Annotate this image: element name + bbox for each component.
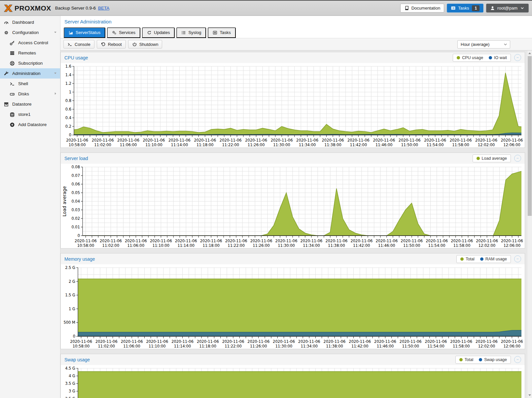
panel-collapse-button[interactable] — [514, 255, 521, 262]
svg-text:4 G: 4 G — [69, 374, 75, 378]
svg-text:11:02:00: 11:02:00 — [102, 243, 120, 248]
svg-text:11:46:00: 11:46:00 — [378, 243, 395, 248]
panel-collapse-button[interactable] — [514, 54, 521, 61]
svg-text:11:46:00: 11:46:00 — [375, 143, 393, 147]
legend-label: Total — [466, 257, 474, 261]
chevron-down-icon — [503, 42, 508, 47]
svg-text:2020-11-06: 2020-11-06 — [197, 339, 219, 344]
tab-serverstatus[interactable]: ServerStatus — [64, 27, 105, 38]
legend-item[interactable]: IO wait — [489, 55, 507, 60]
sidebar-item-add-datastore[interactable]: Add Datastore — [0, 119, 60, 130]
svg-text:1: 1 — [69, 90, 71, 94]
book-icon — [404, 6, 409, 11]
access-control-icon — [10, 40, 15, 46]
beta-link[interactable]: BETA — [98, 6, 109, 11]
remotes-icon — [10, 50, 15, 56]
chart-panel-swap: Swap usageTotalSwap usage0500 M1 G1.5 G2… — [60, 354, 525, 398]
sidebar-item-subscription[interactable]: Subscription — [0, 58, 60, 68]
svg-text:10:58:00: 10:58:00 — [69, 143, 86, 147]
svg-text:3 G: 3 G — [69, 389, 75, 393]
panel-header: Swap usageTotalSwap usage — [61, 354, 525, 365]
svg-text:2020-11-06: 2020-11-06 — [301, 239, 323, 243]
page-title: Server Administration — [60, 16, 532, 26]
tab-services[interactable]: Services — [107, 27, 140, 38]
legend-item[interactable]: Total — [460, 257, 474, 261]
panel-title: CPU usage — [64, 55, 88, 60]
sidebar-item-administration[interactable]: Administration — [0, 68, 60, 79]
svg-text:2020-11-06: 2020-11-06 — [296, 138, 318, 143]
chart-body: 0500 M1 G1.5 G2 G2.5 G3 G3.5 G4 G4.5 G20… — [61, 365, 525, 398]
scroll-up-arrow-icon[interactable] — [527, 51, 532, 56]
tab-label: Updates — [154, 30, 170, 35]
legend-dot-icon — [477, 157, 480, 160]
svg-text:12:02:00: 12:02:00 — [478, 344, 495, 348]
legend-item[interactable]: Load average — [477, 156, 507, 161]
sidebar-item-label: Configuration — [12, 30, 39, 35]
sidebar-item-access-control[interactable]: Access Control — [0, 38, 60, 48]
chart-legend: TotalSwap usage — [455, 356, 511, 364]
tasks-button[interactable]: Tasks 1 — [447, 4, 483, 13]
legend-item[interactable]: Total — [459, 357, 473, 362]
svg-text:0.01: 0.01 — [71, 225, 80, 229]
collapse-caret-down-icon[interactable] — [53, 30, 58, 35]
svg-text:11:42:00: 11:42:00 — [351, 344, 369, 348]
svg-text:2020-11-06: 2020-11-06 — [245, 138, 267, 143]
tab-label: ServerStatus — [76, 30, 100, 35]
svg-text:2020-11-06: 2020-11-06 — [273, 339, 295, 344]
svg-text:2 G: 2 G — [69, 279, 75, 284]
svg-text:2020-11-06: 2020-11-06 — [475, 138, 497, 143]
sidebar-item-datastore[interactable]: Datastore — [0, 99, 60, 109]
reboot-button[interactable]: Reboot — [97, 40, 126, 49]
vertical-scrollbar[interactable] — [527, 50, 532, 398]
sidebar-item-configuration[interactable]: Configuration — [0, 27, 60, 38]
sidebar-item-store1[interactable]: store1 — [0, 109, 60, 119]
console-button[interactable]: Console — [63, 40, 94, 49]
panel-collapse-button[interactable] — [514, 356, 521, 363]
svg-text:11:34:00: 11:34:00 — [301, 344, 318, 348]
chart-area-icon — [69, 30, 73, 35]
collapse-caret-down-icon[interactable] — [53, 71, 58, 76]
timeframe-select[interactable]: Hour (average) — [457, 40, 510, 49]
svg-text:2020-11-06: 2020-11-06 — [194, 138, 216, 143]
sidebar-item-shell[interactable]: Shell — [0, 79, 60, 89]
svg-text:11:10:00: 11:10:00 — [152, 243, 169, 248]
svg-text:2020-11-06: 2020-11-06 — [92, 138, 114, 143]
svg-text:2020-11-06: 2020-11-06 — [501, 138, 523, 143]
shutdown-button[interactable]: Shutdown — [128, 40, 162, 49]
brand: PROXMOX Backup Server 0.9-6 BETA — [3, 3, 109, 13]
svg-text:2020-11-06: 2020-11-06 — [75, 239, 97, 243]
tab-tasks[interactable]: Tasks — [208, 27, 235, 38]
svg-text:11:22:00: 11:22:00 — [228, 243, 245, 248]
legend-item[interactable]: RAM usage — [480, 257, 507, 261]
panel-collapse-button[interactable] — [514, 155, 521, 162]
sidebar-item-disks[interactable]: Disks — [0, 89, 60, 99]
svg-text:2020-11-06: 2020-11-06 — [501, 339, 523, 344]
svg-text:0.02: 0.02 — [71, 216, 80, 221]
documentation-button[interactable]: Documentation — [400, 4, 444, 13]
svg-text:11:14:00: 11:14:00 — [177, 243, 195, 248]
product-title: Backup Server 0.9-6 — [55, 6, 96, 11]
list-alt-icon — [213, 30, 217, 35]
chevron-down-icon — [520, 6, 525, 11]
svg-text:11:18:00: 11:18:00 — [199, 344, 216, 348]
sidebar-item-label: Datastore — [12, 102, 32, 107]
expand-caret-right-icon[interactable] — [53, 91, 58, 96]
svg-text:2020-11-06: 2020-11-06 — [347, 138, 370, 143]
sidebar-item-dashboard[interactable]: Dashboard — [0, 17, 60, 27]
legend-dot-icon — [457, 56, 460, 59]
tab-updates[interactable]: Updates — [142, 27, 175, 38]
svg-text:11:50:00: 11:50:00 — [403, 243, 420, 248]
scroll-down-arrow-icon[interactable] — [527, 393, 532, 398]
svg-text:2020-11-06: 2020-11-06 — [171, 339, 194, 344]
tab-syslog[interactable]: Syslog — [176, 27, 206, 38]
svg-text:2020-11-06: 2020-11-06 — [350, 239, 372, 243]
scrollbar-thumb[interactable] — [528, 56, 532, 216]
legend-item[interactable]: CPU usage — [457, 55, 483, 60]
svg-text:2020-11-06: 2020-11-06 — [450, 339, 472, 344]
svg-text:2020-11-06: 2020-11-06 — [225, 239, 247, 243]
user-menu-button[interactable]: root@pam — [486, 4, 529, 13]
svg-text:2020-11-06: 2020-11-06 — [450, 138, 472, 143]
sidebar-item-remotes[interactable]: Remotes — [0, 48, 60, 58]
legend-item[interactable]: Swap usage — [479, 357, 507, 362]
svg-text:Load average: Load average — [62, 186, 67, 216]
